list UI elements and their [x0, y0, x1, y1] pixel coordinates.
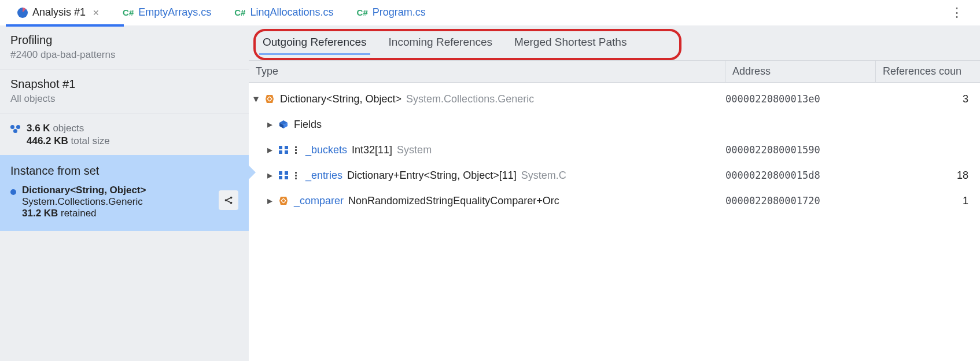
svg-rect-5 — [279, 150, 282, 154]
editor-tabstrip: Analysis #1 ✕ C# EmptyArrays.cs C# LinqA… — [0, 0, 980, 25]
svg-rect-15 — [295, 175, 297, 176]
profiling-subtitle: #2400 dpa-bad-patterns — [10, 49, 238, 61]
analysis-pie-icon — [17, 8, 28, 18]
refcount-cell: 3 — [876, 93, 980, 105]
svg-rect-4 — [285, 146, 288, 149]
profiling-title: Profiling — [10, 34, 238, 47]
class-icon — [278, 195, 289, 207]
table-row[interactable]: ▾ Dictionary<String, Object> System.Coll… — [249, 86, 980, 112]
share-button[interactable] — [219, 190, 238, 210]
svg-rect-6 — [285, 150, 288, 154]
total-label: total size — [71, 135, 110, 146]
tab-file-program[interactable]: C# Program.cs — [345, 1, 437, 25]
namespace: System.Collections.Generic — [406, 93, 534, 105]
tab-outgoing-references[interactable]: Outgoing References — [260, 34, 369, 54]
col-type[interactable]: Type — [249, 61, 725, 82]
tab-label: EmptyArrays.cs — [138, 6, 211, 19]
svg-rect-3 — [279, 146, 282, 149]
svg-rect-11 — [285, 171, 288, 175]
tab-file-linqallocations[interactable]: C# LinqAllocations.cs — [223, 1, 345, 25]
instance-header: Instance from set — [10, 164, 238, 178]
total-size: 446.2 KB — [27, 135, 68, 146]
namespace: System.C — [521, 170, 566, 182]
instance-namespace: System.Collections.Generic — [22, 196, 219, 208]
instance-retained-label: retained — [61, 208, 96, 219]
chevron-down-icon[interactable]: ▾ — [252, 93, 259, 105]
csharp-icon: C# — [123, 8, 134, 17]
field-name: _entries — [305, 170, 342, 182]
refcount-cell: 1 — [876, 195, 980, 207]
type-name: NonRandomizedStringEqualityComparer+Orc — [348, 195, 559, 207]
field-icon — [294, 145, 301, 154]
tab-label: LinqAllocations.cs — [250, 6, 333, 19]
svg-rect-7 — [295, 146, 297, 148]
field-icon — [294, 171, 301, 180]
address-cell: 00000220800013e0 — [725, 93, 876, 105]
field-name: _buckets — [305, 144, 347, 156]
svg-rect-9 — [295, 152, 297, 154]
type-name: Dictionary<String, Object> — [280, 93, 401, 105]
tab-incoming-references[interactable]: Incoming References — [386, 34, 495, 54]
table-row[interactable]: ▸_buckets Int32[11] System00000220800015… — [249, 137, 980, 163]
type-name: Int32[11] — [352, 144, 392, 156]
table-row[interactable]: ▸_entries Dictionary+Entry<String, Objec… — [249, 163, 980, 188]
objects-icon — [10, 125, 21, 131]
svg-rect-16 — [295, 178, 297, 179]
tabs-overflow-button[interactable]: ⋮ — [934, 5, 980, 20]
namespace: System — [397, 144, 432, 156]
stats-panel[interactable]: 3.6 K objects 446.2 KB total size — [0, 113, 249, 155]
refcount-cell: 18 — [876, 170, 980, 182]
main-panel: Outgoing References Incoming References … — [249, 25, 980, 361]
col-address[interactable]: Address — [725, 61, 876, 82]
chevron-right-icon[interactable]: ▸ — [266, 118, 273, 131]
address-cell: 0000022080001720 — [725, 195, 876, 207]
array-icon — [278, 170, 289, 181]
main-body: Profiling #2400 dpa-bad-patterns Snapsho… — [0, 25, 980, 361]
chevron-right-icon[interactable]: ▸ — [266, 169, 273, 182]
svg-rect-12 — [279, 176, 282, 179]
svg-rect-8 — [295, 149, 297, 151]
type-name: Dictionary+Entry<String, Object>[11] — [347, 170, 517, 182]
chevron-right-icon[interactable]: ▸ — [266, 143, 273, 156]
profiling-panel[interactable]: Profiling #2400 dpa-bad-patterns — [0, 25, 249, 69]
col-refcount[interactable]: References coun — [876, 61, 980, 82]
instance-type: Dictionary<String, Object> — [22, 185, 219, 196]
svg-rect-10 — [279, 171, 282, 175]
tab-file-emptyarrays[interactable]: C# EmptyArrays.cs — [111, 1, 223, 25]
type-name: Fields — [294, 119, 322, 131]
share-icon — [223, 195, 234, 205]
chevron-right-icon[interactable]: ▸ — [266, 194, 273, 207]
instance-panel[interactable]: Instance from set Dictionary<String, Obj… — [0, 155, 249, 231]
csharp-icon: C# — [234, 8, 245, 17]
box-icon — [278, 119, 289, 130]
bullet-icon — [10, 189, 16, 195]
table-row[interactable]: ▸_comparer NonRandomizedStringEqualityCo… — [249, 188, 980, 213]
snapshot-title: Snapshot #1 — [10, 78, 238, 91]
grid-header: Type Address References coun — [249, 61, 980, 83]
tab-label: Program.cs — [373, 6, 426, 19]
tab-merged-shortest-paths[interactable]: Merged Shortest Paths — [512, 34, 629, 54]
reference-tabs: Outgoing References Incoming References … — [249, 25, 980, 61]
active-tab-underline — [6, 24, 124, 27]
instance-retained: 31.2 KB — [22, 208, 58, 219]
array-icon — [278, 144, 289, 156]
sidebar: Profiling #2400 dpa-bad-patterns Snapsho… — [0, 25, 249, 361]
class-icon — [264, 93, 275, 105]
close-icon[interactable]: ✕ — [93, 8, 100, 17]
address-cell: 0000022080001590 — [725, 144, 876, 156]
svg-rect-13 — [285, 176, 288, 179]
svg-rect-14 — [295, 172, 297, 174]
tab-analysis[interactable]: Analysis #1 ✕ — [6, 1, 111, 25]
snapshot-panel[interactable]: Snapshot #1 All objects — [0, 69, 249, 113]
field-name: _comparer — [294, 195, 344, 207]
objects-count: 3.6 K — [27, 123, 50, 134]
objects-label: objects — [53, 123, 84, 134]
address-cell: 00000220800015d8 — [725, 170, 876, 181]
tab-label: Analysis #1 — [32, 6, 86, 19]
grid-rows: ▾ Dictionary<String, Object> System.Coll… — [249, 83, 980, 217]
snapshot-subtitle: All objects — [10, 93, 238, 105]
table-row[interactable]: ▸ Fields — [249, 112, 980, 137]
csharp-icon: C# — [357, 8, 368, 17]
